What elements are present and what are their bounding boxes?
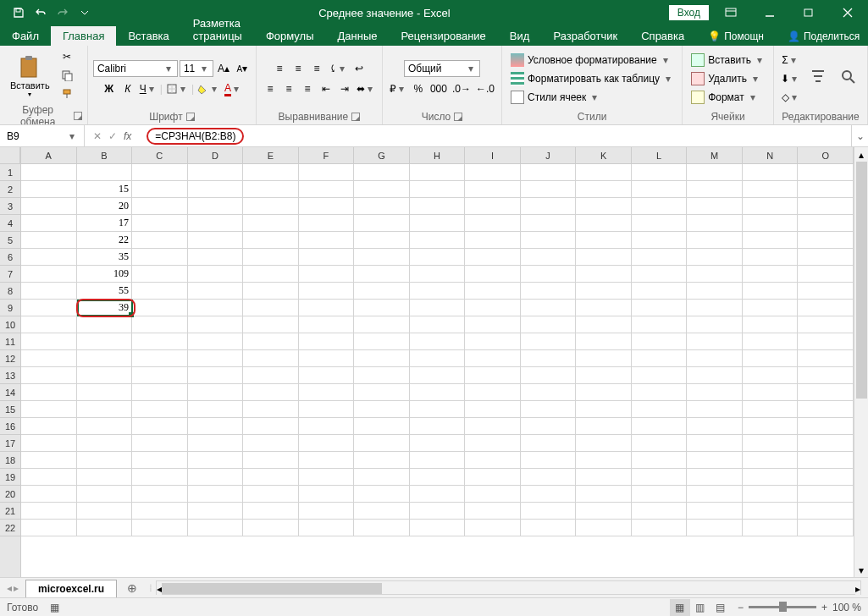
tab-file[interactable]: Файл: [0, 26, 51, 46]
cell[interactable]: [465, 503, 521, 520]
cell[interactable]: [687, 198, 743, 215]
cell[interactable]: [21, 384, 77, 401]
cell[interactable]: [299, 435, 355, 452]
cell[interactable]: [77, 520, 133, 536]
cell[interactable]: [687, 503, 743, 520]
cell[interactable]: [132, 333, 188, 350]
cell[interactable]: [299, 316, 355, 333]
cell[interactable]: [465, 215, 521, 232]
cell[interactable]: [299, 350, 355, 367]
cell[interactable]: [743, 418, 799, 435]
login-button[interactable]: Вход: [669, 5, 709, 20]
cell[interactable]: [354, 232, 410, 249]
maximize-icon[interactable]: [792, 0, 826, 25]
cell[interactable]: [521, 249, 577, 266]
cell[interactable]: [632, 232, 688, 249]
cell[interactable]: [21, 469, 77, 486]
cell[interactable]: [798, 266, 854, 283]
cell[interactable]: [354, 333, 410, 350]
cell[interactable]: [77, 486, 133, 503]
cell[interactable]: [243, 350, 299, 367]
cell[interactable]: [354, 198, 410, 215]
cell[interactable]: [632, 333, 688, 350]
tab-layout[interactable]: Разметка страницы: [181, 14, 254, 46]
cell[interactable]: [299, 164, 355, 181]
cell[interactable]: [299, 469, 355, 486]
column-header[interactable]: G: [354, 147, 410, 163]
cell[interactable]: [743, 452, 799, 469]
cell[interactable]: [632, 486, 688, 503]
italic-button[interactable]: К: [119, 80, 136, 97]
cell[interactable]: [465, 333, 521, 350]
cell[interactable]: [521, 333, 577, 350]
column-header[interactable]: A: [21, 147, 77, 163]
cell[interactable]: [798, 300, 854, 316]
cell[interactable]: [687, 300, 743, 316]
cell[interactable]: [188, 401, 244, 418]
cell[interactable]: [77, 384, 133, 401]
cell[interactable]: 55: [77, 283, 133, 300]
cell[interactable]: [132, 164, 188, 181]
name-box[interactable]: B9▾: [0, 125, 85, 147]
cell[interactable]: [132, 503, 188, 520]
ribbon-display-icon[interactable]: [714, 0, 748, 25]
cell[interactable]: [521, 164, 577, 181]
cell[interactable]: [21, 232, 77, 249]
cell[interactable]: [21, 452, 77, 469]
cell[interactable]: [21, 249, 77, 266]
align-center-icon[interactable]: ≡: [280, 80, 297, 97]
cell[interactable]: [632, 198, 688, 215]
cell[interactable]: [243, 164, 299, 181]
cell[interactable]: [465, 367, 521, 384]
cell[interactable]: 15: [77, 181, 133, 198]
cell[interactable]: [465, 316, 521, 333]
cell[interactable]: [632, 469, 688, 486]
cell[interactable]: [132, 232, 188, 249]
cell[interactable]: [576, 181, 632, 198]
cell[interactable]: [243, 333, 299, 350]
format-as-table-button[interactable]: Форматировать как таблицу▾: [507, 70, 677, 87]
orientation-icon[interactable]: ⤹▾: [327, 60, 349, 77]
cell[interactable]: [798, 435, 854, 452]
cell[interactable]: [798, 181, 854, 198]
cell[interactable]: [188, 486, 244, 503]
new-sheet-button[interactable]: ⊕: [122, 578, 142, 598]
row-header[interactable]: 5: [0, 232, 20, 249]
cell[interactable]: [632, 418, 688, 435]
cell[interactable]: [188, 266, 244, 283]
cell[interactable]: [188, 367, 244, 384]
cell[interactable]: [576, 435, 632, 452]
cell[interactable]: [687, 232, 743, 249]
font-color-icon[interactable]: A▾: [223, 80, 243, 97]
cell[interactable]: [743, 316, 799, 333]
font-launcher[interactable]: [186, 113, 195, 121]
cell[interactable]: [410, 367, 466, 384]
cells-area[interactable]: 15201722351095539: [21, 164, 854, 577]
tab-developer[interactable]: Разработчик: [541, 26, 629, 46]
tell-me[interactable]: 💡Помощн: [696, 27, 776, 46]
row-header[interactable]: 1: [0, 164, 20, 181]
bold-button[interactable]: Ж: [101, 80, 118, 97]
scroll-down-icon[interactable]: ▾: [854, 563, 868, 577]
cell[interactable]: [21, 316, 77, 333]
cell[interactable]: [798, 164, 854, 181]
align-right-icon[interactable]: ≡: [299, 80, 316, 97]
cell[interactable]: [243, 300, 299, 316]
cell[interactable]: [576, 350, 632, 367]
cell[interactable]: [798, 418, 854, 435]
row-header[interactable]: 2: [0, 181, 20, 198]
cell[interactable]: [521, 503, 577, 520]
cell[interactable]: [465, 520, 521, 536]
cell[interactable]: [410, 350, 466, 367]
cell[interactable]: [798, 520, 854, 536]
row-header[interactable]: 19: [0, 469, 20, 486]
cell[interactable]: [632, 164, 688, 181]
column-header[interactable]: B: [77, 147, 133, 163]
zoom-in-icon[interactable]: +: [821, 602, 827, 613]
cell[interactable]: [188, 452, 244, 469]
formula-input[interactable]: =СРЗНАЧ(B2:B8): [140, 128, 851, 145]
cell[interactable]: [354, 486, 410, 503]
cell[interactable]: [798, 503, 854, 520]
cell[interactable]: [632, 520, 688, 536]
cell[interactable]: [132, 300, 188, 316]
